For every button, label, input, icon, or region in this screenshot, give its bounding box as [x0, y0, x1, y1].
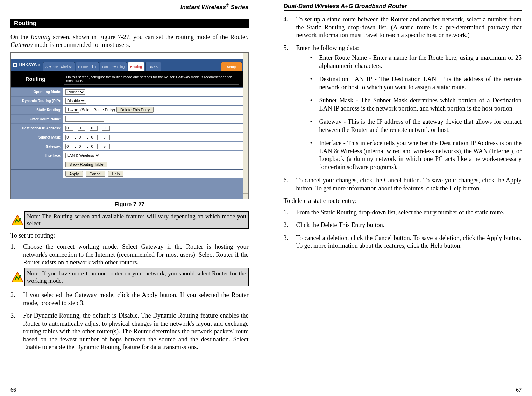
dstep-2: Click the Delete This Entry button. [284, 221, 522, 229]
cancel-button[interactable]: Cancel [86, 171, 105, 177]
step-6: To cancel your changes, click the Cancel… [284, 176, 522, 192]
header-left: Instant Wireless® Series [10, 3, 249, 12]
step-2: If you selected the Gateway mode, click … [10, 291, 249, 307]
header-right: Dual-Band Wireless A+G Broadband Router [284, 3, 522, 11]
setup-steps-cont: To set up a static route between the Rou… [284, 15, 522, 197]
scroll-up-icon[interactable] [243, 53, 248, 58]
apply-button[interactable]: Apply [65, 171, 83, 177]
mask-oct-4[interactable] [102, 135, 110, 140]
label-destination-ip: Destination IP Address: [11, 126, 63, 130]
gw-oct-3[interactable] [90, 144, 98, 149]
dest-oct-2[interactable] [78, 126, 85, 131]
dstep-1: From the Static Routing drop-down list, … [284, 208, 522, 217]
delete-steps: From the Static Routing drop-down list, … [284, 208, 522, 255]
logo-icon [13, 63, 17, 67]
step-3: For Dynamic Routing, the default is Disa… [10, 312, 249, 351]
input-route-name[interactable] [65, 116, 104, 122]
label-rip: Dynamic Routing (RIP): [11, 99, 63, 103]
label-static-routing: Static Routing: [11, 108, 63, 112]
label-subnet-mask: Subnet Mask: [11, 135, 63, 139]
tab-setup[interactable]: Setup [221, 62, 242, 71]
bullet-subnet: Subnet Mask - The Subnet Mask determines… [310, 97, 522, 112]
section-routing: Routing [10, 19, 249, 28]
page-right: Dual-Band Wireless A+G Broadband Router … [266, 0, 532, 396]
step-5: Enter the following data: Enter Route Na… [284, 44, 522, 171]
mask-oct-2[interactable] [78, 135, 85, 140]
screen-description: On this screen, configure the routing mo… [63, 73, 239, 85]
gw-oct-2[interactable] [78, 144, 85, 149]
form-area: Operating Mode: Router Dynamic Routing (… [11, 87, 243, 199]
select-static-route[interactable]: 1 -- [65, 107, 79, 113]
page-left: Instant Wireless® Series Routing On the … [0, 0, 266, 396]
static-hint: (Select Route Entry) [80, 108, 115, 112]
step-1: Choose the correct working mode. Select … [10, 243, 249, 286]
select-rip[interactable]: Disable [65, 98, 86, 104]
bullet-destination: Destination LAN IP - The Destination LAN… [310, 75, 522, 91]
screen-title: Routing [11, 71, 60, 87]
bullet-gateway: Gateway - This is the IP address of the … [310, 118, 522, 134]
delete-intro: To delete a static route entry: [284, 197, 522, 205]
gw-oct-1[interactable] [65, 144, 73, 149]
show-routing-table-button[interactable]: Show Routing Table [65, 162, 107, 167]
linksys-logo: LINKSYS® [13, 59, 43, 71]
setup-steps: Choose the correct working mode. Select … [10, 243, 249, 356]
tab-ddns[interactable]: DDNS [145, 62, 161, 71]
mask-oct-1[interactable] [65, 135, 73, 140]
gw-oct-4[interactable] [102, 144, 110, 149]
label-route-name: Enter Route Name: [11, 117, 63, 121]
tab-advanced-wireless[interactable]: Advanced Wireless [43, 62, 75, 71]
figure-caption: Figure 7-27 [10, 201, 249, 208]
warning-icon [10, 268, 24, 287]
tab-routing[interactable]: Routing [128, 62, 144, 71]
step-4: To set up a static route between the Rou… [284, 15, 522, 39]
label-gateway: Gateway: [11, 144, 63, 148]
note-1: Note: The Routing screen and available f… [10, 211, 249, 229]
mask-oct-3[interactable] [90, 135, 98, 140]
select-interface[interactable]: LAN & Wireless [65, 153, 100, 158]
delete-entry-button[interactable]: Delete This Entry [116, 107, 154, 113]
tab-internet-filter[interactable]: Internet Filter [76, 62, 99, 71]
svg-rect-0 [13, 63, 17, 67]
bullet-route-name: Enter Route Name - Enter a name for the … [310, 54, 522, 70]
help-button[interactable]: Help [108, 171, 124, 177]
setup-intro: To set up routing: [10, 232, 249, 240]
warning-icon [10, 211, 24, 229]
tab-bar: LINKSYS® Advanced Wireless Internet Filt… [11, 59, 243, 71]
tab-port-forwarding[interactable]: Port Forwarding [100, 62, 127, 71]
intro-paragraph: On the Routing screen, shown in Figure 7… [10, 33, 249, 49]
scrollbar[interactable] [243, 53, 248, 199]
dest-oct-4[interactable] [102, 126, 110, 131]
page-number-right: 67 [284, 385, 522, 393]
router-screenshot: LINKSYS® Advanced Wireless Internet Filt… [10, 52, 249, 199]
label-operating-mode: Operating Mode: [11, 90, 63, 94]
note-2: Note: If you have more than one router o… [10, 268, 249, 287]
field-bullets: Enter Route Name - Enter a name for the … [310, 54, 522, 171]
page-number-left: 66 [10, 385, 249, 393]
screen-title-bar: Routing On this screen, configure the ro… [11, 71, 243, 87]
select-operating-mode[interactable]: Router [65, 89, 85, 95]
dest-oct-1[interactable] [65, 126, 73, 131]
scroll-down-icon[interactable] [243, 193, 248, 199]
bullet-interface: Interface - This interface tells you whe… [310, 139, 522, 171]
label-interface: Interface: [11, 154, 63, 157]
dest-oct-3[interactable] [90, 126, 98, 131]
header-pre: Instant Wireless [180, 4, 226, 10]
dstep-3: To cancel a deletion, click the Cancel b… [284, 234, 522, 250]
header-post: Series [229, 4, 249, 10]
